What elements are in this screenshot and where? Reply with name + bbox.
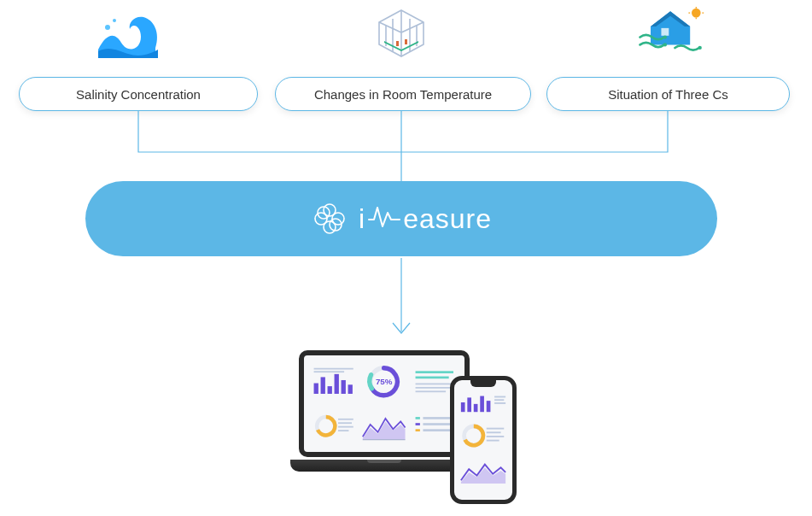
area-chart-icon (361, 407, 406, 446)
svg-rect-21 (321, 377, 325, 394)
svg-rect-52 (487, 401, 491, 412)
brand-text-prefix: i (359, 203, 365, 235)
svg-rect-22 (328, 386, 332, 394)
svg-point-4 (692, 9, 701, 18)
svg-rect-38 (338, 425, 353, 427)
brand-text-suffix: easure (403, 203, 492, 235)
svg-rect-32 (415, 384, 453, 385)
dashboard-devices: 75% (290, 350, 512, 504)
svg-rect-46 (415, 429, 419, 431)
svg-rect-48 (461, 402, 465, 412)
source-threecs-pill: Situation of Three Cs (546, 77, 790, 111)
svg-rect-20 (314, 384, 318, 394)
svg-point-0 (105, 25, 110, 30)
svg-rect-50 (474, 404, 478, 412)
brand-logo: i easure (311, 200, 492, 237)
donut-small-icon (311, 407, 356, 446)
svg-rect-51 (480, 396, 484, 413)
svg-point-1 (113, 19, 116, 22)
svg-rect-47 (423, 429, 453, 431)
svg-rect-2 (396, 41, 399, 46)
svg-rect-42 (415, 417, 419, 419)
svg-rect-9 (661, 28, 669, 36)
svg-rect-3 (405, 39, 407, 44)
source-salinity-label: Salinity Concentration (76, 87, 201, 102)
svg-rect-45 (423, 423, 450, 425)
ventilation-house-icon (637, 7, 705, 62)
svg-rect-54 (494, 399, 504, 401)
svg-text:75%: 75% (376, 377, 393, 386)
greenhouse-icon (367, 7, 435, 62)
svg-rect-24 (342, 380, 346, 394)
wave-icon (94, 7, 162, 62)
source-temperature-pill: Changes in Room Temperature (275, 77, 531, 111)
svg-rect-58 (487, 431, 501, 433)
svg-rect-30 (415, 371, 453, 373)
svg-point-12 (698, 46, 702, 50)
svg-rect-49 (467, 397, 471, 412)
source-temperature-label: Changes in Room Temperature (314, 87, 492, 102)
source-threecs-label: Situation of Three Cs (608, 87, 728, 102)
svg-rect-25 (348, 384, 353, 394)
brand-knot-icon (311, 200, 348, 237)
phone-area-chart-icon (459, 457, 507, 486)
svg-rect-57 (487, 428, 505, 430)
svg-rect-59 (487, 436, 505, 437)
svg-rect-53 (494, 396, 505, 398)
phone-bar-chart-icon (459, 390, 507, 414)
svg-rect-27 (314, 371, 345, 372)
svg-point-10 (663, 35, 667, 38)
svg-rect-33 (415, 387, 450, 389)
svg-rect-60 (487, 440, 499, 442)
svg-rect-37 (338, 422, 352, 424)
svg-rect-36 (338, 418, 353, 419)
phone-donut-icon (459, 419, 507, 453)
phone-icon (450, 376, 517, 504)
donut-chart-icon: 75% (361, 362, 406, 402)
bar-chart-icon (311, 362, 356, 402)
svg-point-11 (663, 43, 667, 46)
svg-rect-44 (415, 423, 419, 425)
svg-rect-43 (423, 417, 453, 419)
svg-rect-34 (415, 390, 446, 392)
brand-pulse-icon (367, 202, 401, 235)
svg-rect-23 (335, 374, 339, 394)
source-salinity-pill: Salinity Concentration (19, 77, 258, 111)
svg-rect-31 (415, 377, 448, 379)
svg-rect-39 (338, 430, 348, 431)
svg-rect-26 (314, 368, 353, 370)
platform-pill: i easure (85, 181, 717, 256)
svg-rect-55 (494, 402, 505, 404)
